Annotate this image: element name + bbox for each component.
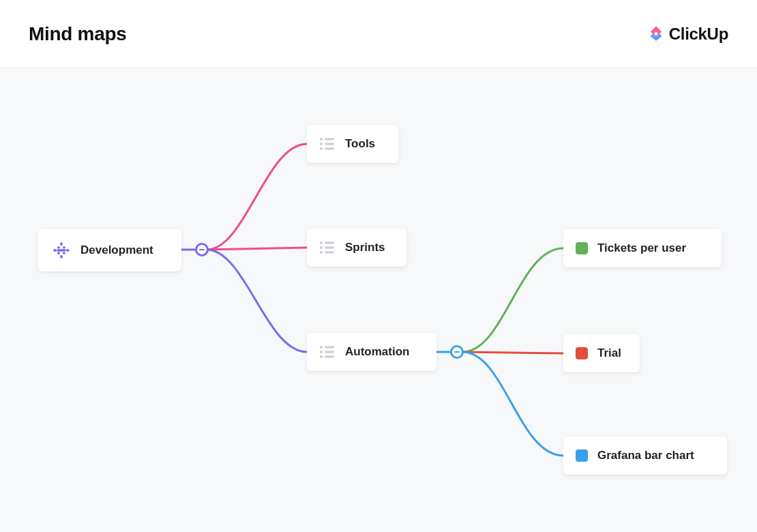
svg-point-17 [320, 246, 323, 249]
globe-icon [52, 241, 71, 260]
collapse-handle-automation[interactable] [450, 345, 464, 359]
node-tools[interactable]: Tools [307, 125, 398, 163]
header: Mind maps ClickUp [0, 0, 757, 68]
svg-point-19 [320, 251, 323, 254]
node-label: Tools [345, 137, 375, 151]
svg-rect-24 [325, 351, 334, 353]
node-trial[interactable]: Trial [563, 334, 640, 372]
minus-icon [454, 351, 460, 353]
svg-rect-5 [63, 246, 65, 248]
list-icon [319, 137, 336, 151]
square-icon [576, 449, 588, 462]
svg-rect-7 [63, 252, 65, 254]
svg-point-15 [320, 241, 323, 244]
brand-name: ClickUp [669, 25, 728, 44]
minus-icon [199, 249, 205, 251]
collapse-handle-root[interactable] [195, 243, 209, 256]
node-label: Sprints [345, 241, 385, 254]
svg-rect-4 [57, 246, 60, 248]
svg-rect-18 [325, 247, 334, 249]
node-grafana-bar-chart[interactable]: Grafana bar chart [563, 437, 727, 475]
node-development[interactable]: Development [38, 229, 181, 271]
svg-rect-1 [60, 255, 62, 258]
svg-point-21 [320, 346, 323, 349]
svg-rect-0 [60, 242, 62, 246]
mindmap-canvas[interactable]: Development Tools Sprints Automation Tic… [0, 68, 757, 532]
svg-point-11 [320, 143, 323, 145]
node-label: Development [80, 243, 153, 257]
svg-point-25 [320, 355, 323, 358]
svg-rect-22 [325, 346, 334, 349]
node-label: Tickets per user [597, 241, 686, 255]
svg-point-23 [320, 351, 323, 353]
square-icon [576, 347, 588, 359]
svg-rect-6 [57, 252, 60, 254]
node-sprints[interactable]: Sprints [307, 228, 406, 267]
node-automation[interactable]: Automation [307, 333, 436, 371]
svg-rect-2 [53, 249, 57, 251]
svg-rect-10 [325, 138, 334, 141]
square-icon [576, 242, 588, 254]
node-label: Trial [597, 346, 621, 360]
list-icon [319, 241, 336, 254]
svg-rect-20 [325, 252, 334, 254]
clickup-logo-icon [647, 24, 665, 44]
page-title: Mind maps [29, 23, 127, 45]
svg-rect-8 [57, 249, 66, 251]
svg-rect-14 [325, 148, 334, 150]
svg-rect-12 [325, 143, 334, 145]
svg-rect-26 [325, 356, 334, 358]
list-icon [319, 345, 336, 359]
svg-rect-16 [325, 242, 334, 244]
svg-rect-3 [66, 249, 70, 251]
node-tickets-per-user[interactable]: Tickets per user [563, 229, 722, 267]
svg-point-13 [320, 147, 323, 150]
svg-point-9 [320, 138, 323, 141]
brand[interactable]: ClickUp [647, 24, 728, 44]
node-label: Grafana bar chart [597, 449, 694, 462]
node-label: Automation [345, 345, 409, 359]
